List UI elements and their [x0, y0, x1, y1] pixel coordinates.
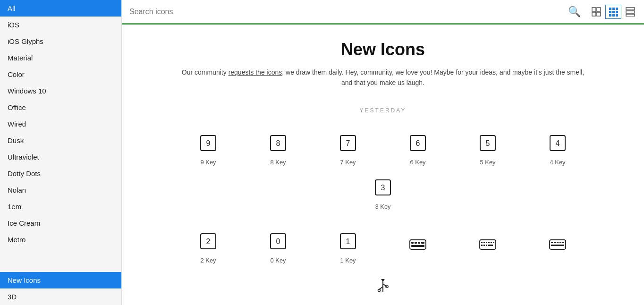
- svg-text:7: 7: [346, 139, 350, 147]
- svg-rect-38: [415, 242, 417, 244]
- icon-item-8key[interactable]: 8 8 Key: [243, 127, 313, 171]
- icon-item-usb[interactable]: [348, 270, 418, 305]
- svg-rect-49: [481, 245, 483, 246]
- icons-grid-row2: 2 2 Key 0 0 Key 1: [141, 225, 625, 305]
- icon-label-9key: 9 Key: [200, 159, 216, 166]
- svg-line-62: [383, 284, 387, 287]
- icon-item-2key[interactable]: 2 2 Key: [173, 225, 243, 270]
- svg-rect-51: [486, 245, 487, 246]
- svg-rect-37: [411, 242, 414, 244]
- main-area: 🔍: [122, 0, 644, 305]
- icon-glyph-6key: 6: [409, 135, 426, 154]
- svg-text:0: 0: [276, 237, 280, 246]
- sidebar-item-metro[interactable]: Metro: [0, 231, 121, 248]
- icon-item-5key[interactable]: 5 5 Key: [453, 127, 523, 171]
- sidebar-item-ios[interactable]: iOS: [0, 17, 121, 33]
- description-link[interactable]: requests the icons: [229, 68, 282, 76]
- sidebar-item-ios-glyphs[interactable]: iOS Glyphs: [0, 33, 121, 50]
- svg-text:4: 4: [556, 139, 560, 147]
- sidebar-item-nolan[interactable]: Nolan: [0, 182, 121, 198]
- svg-rect-59: [551, 245, 564, 246]
- list-icon: [626, 7, 635, 17]
- icon-item-9key[interactable]: 9 9 Key: [173, 127, 243, 171]
- icon-glyph-9key: 9: [200, 135, 217, 154]
- svg-rect-48: [493, 242, 494, 243]
- icon-item-1key[interactable]: 1 1 Key: [313, 225, 383, 270]
- section-label-yesterday: YESTERDAY: [141, 107, 625, 114]
- svg-rect-43: [481, 242, 483, 243]
- svg-rect-0: [592, 8, 596, 11]
- icon-item-keyboard3[interactable]: [523, 225, 593, 270]
- svg-rect-9: [616, 11, 618, 13]
- svg-rect-6: [616, 8, 618, 10]
- svg-rect-55: [554, 242, 556, 243]
- svg-rect-46: [488, 242, 490, 243]
- icon-item-4key[interactable]: 4 4 Key: [523, 127, 593, 171]
- svg-rect-39: [418, 242, 420, 244]
- svg-rect-52: [488, 245, 493, 246]
- svg-text:3: 3: [381, 184, 385, 192]
- svg-rect-8: [612, 11, 615, 13]
- sidebar-item-windows10[interactable]: Windows 10: [0, 83, 121, 99]
- sidebar-item-dusk[interactable]: Dusk: [0, 132, 121, 149]
- icon-glyph-5key: 5: [479, 135, 496, 154]
- svg-rect-3: [597, 12, 601, 16]
- icon-glyph-4key: 4: [549, 135, 566, 154]
- icon-item-3key[interactable]: 3 3 Key: [348, 171, 418, 216]
- svg-rect-7: [609, 11, 611, 13]
- svg-rect-4: [609, 8, 611, 10]
- sidebar-item-dotty-dots[interactable]: Dotty Dots: [0, 165, 121, 182]
- icon-label-0key: 0 Key: [270, 257, 286, 264]
- icon-label-4key: 4 Key: [550, 159, 565, 166]
- icon-label-7key: 7 Key: [340, 159, 356, 166]
- svg-text:5: 5: [486, 139, 490, 147]
- svg-rect-12: [616, 14, 618, 17]
- view-grid-large-button[interactable]: [588, 5, 604, 19]
- view-toggles: [588, 5, 638, 19]
- sidebar-item-wired[interactable]: Wired: [0, 116, 121, 132]
- search-button[interactable]: 🔍: [564, 4, 585, 20]
- sidebar-item-ultraviolet[interactable]: Ultraviolet: [0, 149, 121, 165]
- sidebar-item-color[interactable]: Color: [0, 66, 121, 83]
- icon-glyph-7key: 7: [339, 135, 356, 154]
- sidebar-bottom-items: New Icons 3D: [0, 272, 121, 305]
- icon-label-2key: 2 Key: [200, 257, 216, 264]
- icon-label-6key: 6 Key: [410, 159, 425, 166]
- icon-item-7key[interactable]: 7 7 Key: [313, 127, 383, 171]
- sidebar-item-3d[interactable]: 3D: [0, 288, 121, 305]
- search-icon: 🔍: [568, 6, 581, 17]
- svg-rect-5: [612, 8, 615, 10]
- svg-rect-1: [597, 8, 601, 11]
- sidebar-item-new-icons[interactable]: New Icons: [0, 272, 121, 288]
- icon-glyph-keyboard2: [479, 236, 496, 255]
- icon-glyph-3key: 3: [374, 179, 391, 198]
- icon-item-keyboard1[interactable]: [383, 225, 453, 270]
- sidebar-item-1em[interactable]: 1em: [0, 198, 121, 215]
- svg-rect-57: [559, 242, 561, 243]
- view-list-button[interactable]: [622, 5, 638, 19]
- icon-glyph-usb: [374, 277, 391, 297]
- icon-item-keyboard2[interactable]: [453, 225, 523, 270]
- icon-item-6key[interactable]: 6 6 Key: [383, 127, 453, 171]
- svg-rect-15: [626, 14, 635, 17]
- page-description: Our community requests the icons; we dra…: [180, 67, 586, 88]
- sidebar-item-office[interactable]: Office: [0, 99, 121, 116]
- svg-rect-56: [557, 242, 559, 243]
- grid-large-icon: [592, 7, 601, 17]
- sidebar-item-ice-cream[interactable]: Ice Cream: [0, 215, 121, 231]
- svg-rect-63: [386, 286, 388, 288]
- svg-rect-54: [551, 242, 553, 243]
- svg-text:2: 2: [206, 237, 211, 246]
- icon-item-0key[interactable]: 0 0 Key: [243, 225, 313, 270]
- search-input[interactable]: [127, 4, 564, 20]
- svg-rect-41: [411, 245, 424, 247]
- sidebar-item-material[interactable]: Material: [0, 50, 121, 66]
- icon-glyph-8key: 8: [270, 135, 287, 154]
- view-grid-medium-button[interactable]: [605, 5, 621, 19]
- icon-glyph-0key: 0: [270, 233, 287, 252]
- sidebar-top-items: All iOS iOS Glyphs Material Color Window…: [0, 0, 121, 248]
- description-suffix: ; we draw them daily. Hey, community, we…: [282, 68, 584, 86]
- sidebar-item-all[interactable]: All: [0, 0, 121, 17]
- svg-rect-36: [410, 240, 426, 249]
- icon-glyph-keyboard1: [409, 236, 426, 255]
